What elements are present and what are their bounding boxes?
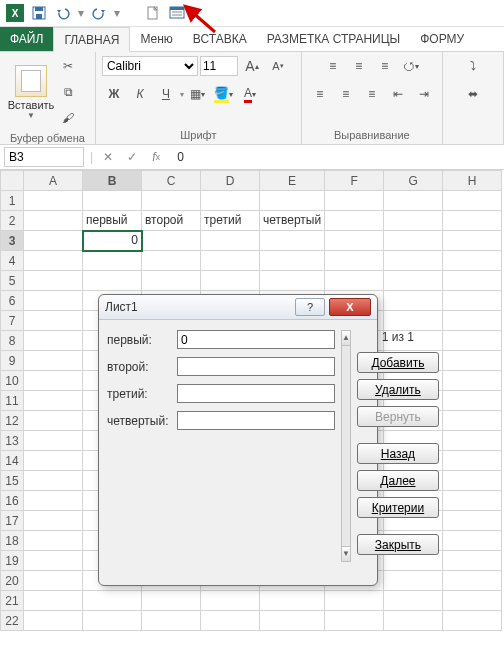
undo-drop-icon[interactable]: ▾ xyxy=(76,2,86,24)
name-box[interactable] xyxy=(4,147,84,167)
indent-inc-icon[interactable]: ⇥ xyxy=(413,83,435,105)
row-header[interactable]: 4 xyxy=(1,251,24,271)
cell[interactable] xyxy=(384,211,443,231)
formula-bar[interactable]: 0 xyxy=(171,150,500,164)
col-header[interactable]: D xyxy=(201,171,260,191)
field-input[interactable] xyxy=(177,330,335,349)
underline-button[interactable]: Ч xyxy=(155,83,177,105)
cell[interactable]: второй xyxy=(142,211,201,231)
merge-icon[interactable]: ⬌ xyxy=(462,83,484,105)
scroll-down-icon[interactable]: ▼ xyxy=(342,546,350,561)
criteria-button[interactable]: Критерии xyxy=(357,497,439,518)
cut-icon[interactable]: ✂ xyxy=(57,55,79,77)
cell[interactable] xyxy=(443,191,502,211)
close-button[interactable]: Закрыть xyxy=(357,534,439,555)
cell[interactable] xyxy=(24,471,83,491)
cell[interactable] xyxy=(201,191,260,211)
cell[interactable] xyxy=(142,271,201,291)
cell[interactable] xyxy=(443,571,502,591)
grow-font-icon[interactable]: A▴ xyxy=(241,55,263,77)
help-button[interactable]: ? xyxy=(295,298,325,316)
cell[interactable] xyxy=(325,611,384,631)
row-header[interactable]: 8 xyxy=(1,331,24,351)
cell[interactable] xyxy=(325,251,384,271)
cell[interactable] xyxy=(24,251,83,271)
cell[interactable]: 0 xyxy=(83,231,142,251)
cell[interactable] xyxy=(260,251,325,271)
row-header[interactable]: 19 xyxy=(1,551,24,571)
cell[interactable] xyxy=(201,611,260,631)
cell[interactable] xyxy=(83,191,142,211)
shrink-font-icon[interactable]: A▾ xyxy=(267,55,289,77)
cell[interactable] xyxy=(443,211,502,231)
cell[interactable] xyxy=(260,611,325,631)
cell[interactable] xyxy=(24,551,83,571)
tab-file[interactable]: ФАЙЛ xyxy=(0,27,53,51)
cell[interactable] xyxy=(443,231,502,251)
cell[interactable] xyxy=(325,271,384,291)
cell[interactable] xyxy=(142,251,201,271)
wrap-text-icon[interactable]: ⤵ xyxy=(462,55,484,77)
col-header[interactable]: B xyxy=(83,171,142,191)
form-icon[interactable] xyxy=(166,2,188,24)
cell[interactable] xyxy=(260,231,325,251)
cell[interactable] xyxy=(24,271,83,291)
cell[interactable] xyxy=(443,531,502,551)
cancel-icon[interactable]: ✕ xyxy=(99,148,117,166)
cell[interactable] xyxy=(201,231,260,251)
row-header[interactable]: 11 xyxy=(1,391,24,411)
row-header[interactable]: 21 xyxy=(1,591,24,611)
cell[interactable] xyxy=(384,231,443,251)
close-icon[interactable]: X xyxy=(329,298,371,316)
font-color-icon[interactable]: A▾ xyxy=(239,83,261,105)
align-top-icon[interactable]: ≡ xyxy=(322,55,344,77)
redo-icon[interactable] xyxy=(88,2,110,24)
cell[interactable] xyxy=(24,611,83,631)
cell[interactable] xyxy=(260,191,325,211)
fx-icon[interactable]: fx xyxy=(147,148,165,166)
cell[interactable] xyxy=(443,291,502,311)
cell[interactable] xyxy=(443,351,502,371)
cell[interactable] xyxy=(443,271,502,291)
tab-pagelayout[interactable]: РАЗМЕТКА СТРАНИЦЫ xyxy=(257,27,411,51)
row-header[interactable]: 14 xyxy=(1,451,24,471)
row-header[interactable]: 22 xyxy=(1,611,24,631)
cell[interactable] xyxy=(443,431,502,451)
cell[interactable] xyxy=(443,491,502,511)
cell[interactable] xyxy=(142,591,201,611)
cell[interactable] xyxy=(24,591,83,611)
cell[interactable] xyxy=(83,611,142,631)
row-header[interactable]: 13 xyxy=(1,431,24,451)
copy-icon[interactable]: ⧉ xyxy=(57,81,79,103)
cell[interactable] xyxy=(443,331,502,351)
row-header[interactable]: 7 xyxy=(1,311,24,331)
undo-icon[interactable] xyxy=(52,2,74,24)
cell[interactable]: четвертый xyxy=(260,211,325,231)
cell[interactable] xyxy=(325,191,384,211)
cell[interactable] xyxy=(443,371,502,391)
cell[interactable] xyxy=(325,591,384,611)
tab-home[interactable]: ГЛАВНАЯ xyxy=(53,27,130,52)
cell[interactable] xyxy=(443,511,502,531)
row-header[interactable]: 20 xyxy=(1,571,24,591)
format-painter-icon[interactable]: 🖌 xyxy=(57,107,79,129)
cell[interactable] xyxy=(83,591,142,611)
cell[interactable] xyxy=(443,611,502,631)
col-header[interactable]: H xyxy=(443,171,502,191)
cell[interactable]: третий xyxy=(201,211,260,231)
cell[interactable] xyxy=(325,211,384,231)
cell[interactable] xyxy=(24,511,83,531)
cell[interactable] xyxy=(443,451,502,471)
cell[interactable] xyxy=(142,611,201,631)
dialog-titlebar[interactable]: Лист1 ? X xyxy=(99,295,377,320)
cell[interactable] xyxy=(384,611,443,631)
cell[interactable] xyxy=(384,191,443,211)
paste-button[interactable]: Вставить ▼ xyxy=(6,65,56,120)
cell[interactable] xyxy=(384,251,443,271)
cell[interactable] xyxy=(201,591,260,611)
cell[interactable] xyxy=(24,351,83,371)
col-header[interactable]: E xyxy=(260,171,325,191)
border-icon[interactable]: ▦▾ xyxy=(187,83,209,105)
cell[interactable] xyxy=(443,591,502,611)
tab-insert[interactable]: ВСТАВКА xyxy=(183,27,257,51)
